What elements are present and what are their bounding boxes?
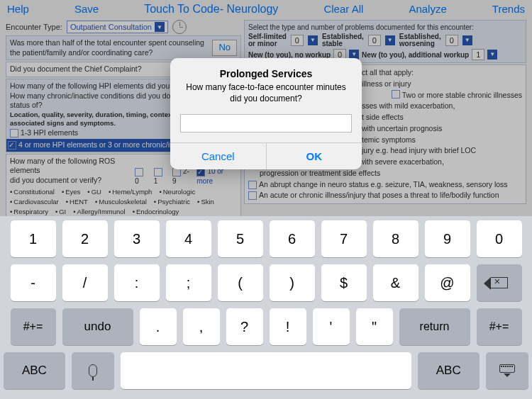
ros-bullets: Constitutional Eyes GU Heme/Lymph Neurol… (10, 188, 237, 217)
hide-keyboard-icon (499, 364, 515, 377)
key-5[interactable]: 5 (218, 220, 263, 257)
key-period[interactable]: . (140, 308, 177, 345)
ros-0-checkbox[interactable] (135, 168, 143, 176)
key-hide-keyboard[interactable] (486, 352, 528, 389)
key-rparen[interactable]: ) (270, 264, 315, 301)
key-colon[interactable]: : (114, 264, 160, 301)
key-return[interactable]: return (399, 308, 470, 345)
key-abc-left[interactable]: ABC (4, 352, 65, 389)
key-6[interactable]: 6 (270, 220, 315, 257)
key-backspace[interactable] (477, 264, 522, 301)
neuro-status-checkbox[interactable] (248, 181, 257, 189)
key-amp[interactable]: & (373, 264, 419, 301)
backspace-icon (491, 277, 508, 288)
hpi-4-more-checkbox[interactable] (8, 141, 16, 150)
chief-complaint-question: Did you document the Chief Complaint? (10, 64, 142, 73)
self-limited-count[interactable]: 0 (291, 35, 304, 46)
key-3[interactable]: 3 (114, 220, 160, 257)
key-comma[interactable]: , (183, 308, 220, 345)
key-symbols-left[interactable]: #+= (11, 308, 56, 345)
analyze-button[interactable]: Analyze (409, 3, 446, 16)
encounter-type-value: Outpatient Consultation (70, 23, 152, 31)
key-7[interactable]: 7 (321, 220, 367, 257)
dropdown-icon[interactable]: ▼ (308, 35, 318, 45)
ios-keyboard: 1 2 3 4 5 6 7 8 9 0 - / : ; ( ) $ & @ #+… (0, 216, 532, 399)
dialog-title: Prolonged Services (182, 68, 350, 79)
save-button[interactable]: Save (74, 3, 99, 16)
dropdown-icon[interactable]: ▼ (487, 50, 497, 60)
dialog-message: How many face-to-face encounter minutes … (182, 82, 350, 104)
new-add-workup-count[interactable]: 1 (472, 49, 484, 60)
key-symbols-right[interactable]: #+= (477, 308, 522, 345)
chronic-illnesses-checkbox[interactable] (392, 90, 400, 99)
no-button[interactable]: No (212, 40, 237, 56)
prolonged-services-dialog: Prolonged Services How many face-to-face… (170, 58, 362, 169)
problems-panel: Select the type and number of problems d… (244, 20, 526, 63)
key-4[interactable]: 4 (166, 220, 211, 257)
minutes-input[interactable] (180, 114, 352, 133)
dropdown-icon[interactable]: ▼ (385, 35, 395, 45)
ok-button[interactable]: OK (267, 143, 362, 169)
key-slash[interactable]: / (62, 264, 108, 301)
key-0[interactable]: 0 (477, 220, 522, 257)
cancel-button[interactable]: Cancel (170, 143, 267, 169)
help-button[interactable]: Help (7, 3, 29, 16)
key-quote[interactable]: " (356, 308, 393, 345)
life-threat-checkbox[interactable] (248, 191, 257, 200)
encounter-type-label: Encounter Type: (6, 23, 62, 31)
key-9[interactable]: 9 (425, 220, 470, 257)
toolbar: Help Save Touch To Code- Neurology Clear… (0, 0, 532, 18)
key-dollar[interactable]: $ (321, 264, 367, 301)
key-at[interactable]: @ (425, 264, 470, 301)
key-semicolon[interactable]: ; (166, 264, 211, 301)
key-abc-right[interactable]: ABC (418, 352, 480, 389)
ros-1-checkbox[interactable] (154, 168, 162, 176)
key-dash[interactable]: - (11, 264, 56, 301)
key-undo[interactable]: undo (62, 308, 133, 345)
encounter-type-select[interactable]: Outpatient Consultation ▼ (67, 21, 168, 33)
est-worsening-count[interactable]: 0 (445, 35, 458, 46)
hpi-1-3-checkbox[interactable] (10, 129, 18, 137)
key-exclaim[interactable]: ! (270, 308, 306, 345)
clear-all-button[interactable]: Clear All (323, 3, 363, 16)
key-question[interactable]: ? (226, 308, 263, 345)
key-space[interactable] (121, 352, 411, 389)
dropdown-icon[interactable]: ▼ (462, 35, 472, 45)
key-8[interactable]: 8 (373, 220, 419, 257)
key-mic[interactable] (72, 352, 114, 389)
dropdown-icon: ▼ (155, 22, 165, 32)
counseling-panel: Was more than half of the total encounte… (6, 35, 241, 60)
key-lparen[interactable]: ( (218, 264, 263, 301)
app-title: Touch To Code- Neurology (144, 3, 278, 16)
est-stable-count[interactable]: 0 (368, 35, 381, 46)
key-1[interactable]: 1 (11, 220, 56, 257)
key-apostrophe[interactable]: ' (313, 308, 350, 345)
counseling-question: Was more than half of the total encounte… (10, 38, 208, 57)
trends-button[interactable]: Trends (492, 3, 525, 16)
key-2[interactable]: 2 (62, 220, 108, 257)
clock-icon[interactable] (172, 20, 187, 34)
mic-icon (89, 364, 97, 377)
